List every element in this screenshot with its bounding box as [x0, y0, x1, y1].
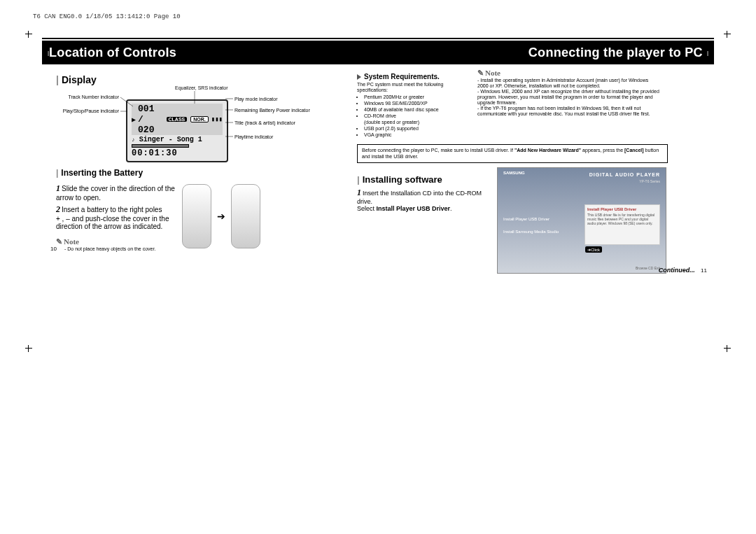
- label-title-artist: Title (track & artist) indicator: [234, 120, 295, 126]
- sysreq-heading: System Requirements.: [357, 73, 469, 80]
- click-callout: ➜Click: [585, 246, 602, 253]
- right-page-title: Connecting the player to PC: [528, 45, 703, 60]
- sysreq-list: Pentium 200MHz or greater Windows 98 SE/…: [357, 94, 469, 138]
- note-label-right: ✎Note: [477, 69, 659, 78]
- triangle-icon: [357, 74, 361, 80]
- left-page-title: Location of Controls: [49, 45, 176, 60]
- warning-box: Before connecting the player to PC, make…: [357, 144, 668, 163]
- screenshot-menu: Install Player USB Driver Install Samsun…: [503, 217, 559, 234]
- sysreq-intro: The PC system must meet the following sp…: [357, 82, 469, 93]
- pencil-icon: ✎: [477, 69, 484, 78]
- battery-icon: ▮▮▮: [211, 115, 223, 123]
- screenshot-title: DIGITAL AUDIO PLAYER: [589, 172, 660, 177]
- screenshot-footer: Browse CD Exit: [636, 266, 660, 270]
- crop-mark: [724, 31, 731, 38]
- battery-step-2: 2Insert a battery to the right poles+ , …: [56, 204, 175, 230]
- track-counter: 001 / 020: [138, 104, 163, 135]
- song-title: Singer - Song 1: [139, 136, 202, 143]
- device-display: ▶ 001 / 020 CLASS NOR. ▮▮▮ ♪ Singer - So…: [126, 99, 228, 162]
- note-block: - Install the operating system in Admini…: [477, 78, 659, 117]
- page-number-right: 11: [701, 267, 707, 274]
- page-number-left: 10: [50, 246, 57, 252]
- progress-bar: [132, 144, 189, 148]
- display-heading: |Display: [56, 74, 336, 85]
- screenshot-panel: Install Player USB Driver This USB drive…: [584, 204, 660, 245]
- battery-heading: |Inserting the Battery: [56, 168, 336, 178]
- note-text: - Do not place heavy objects on the cove…: [64, 246, 175, 252]
- label-playtime: Playtime indicator: [234, 134, 273, 140]
- label-battery: Remaining Battery Power indicator: [234, 108, 310, 113]
- right-page-title-bar: Connecting the player to PC|: [350, 41, 714, 64]
- battery-illustration: ➔: [182, 181, 260, 252]
- crop-mark: [724, 345, 731, 352]
- screenshot-model: YP-T6 Series: [639, 179, 660, 183]
- continued-label: Continued...: [659, 267, 695, 274]
- crop-mark: [25, 31, 32, 38]
- install-step-1: 1Insert the Installation CD into the CD-…: [357, 188, 490, 212]
- arrow-icon: ➔: [217, 211, 225, 222]
- playtime: 00:01:30: [132, 148, 223, 158]
- page-header-meta: T6 CAN ENG0.0 1/18/05 13:1412:0 Page 10: [33, 13, 181, 20]
- label-play-stop-pause: Play/Stop/Pause indicator: [38, 108, 119, 114]
- pencil-icon: ✎: [56, 237, 62, 246]
- install-heading: |Installing software: [357, 174, 490, 185]
- installer-screenshot: SAMSUNG DIGITAL AUDIO PLAYER YP-T6 Serie…: [497, 167, 666, 274]
- crop-mark: [25, 345, 32, 352]
- left-page-title-bar: |Location of Controls: [42, 41, 350, 64]
- samsung-logo: SAMSUNG: [503, 171, 525, 175]
- label-track-number: Track Number indicator: [52, 94, 119, 100]
- battery-step-1: 1Slide the cover in the direction of the…: [56, 183, 175, 202]
- label-eq-srs: Equalizer, SRS indicator: [175, 85, 227, 91]
- label-play-mode: Play mode indicator: [234, 97, 277, 102]
- note-label: ✎Note: [56, 237, 79, 246]
